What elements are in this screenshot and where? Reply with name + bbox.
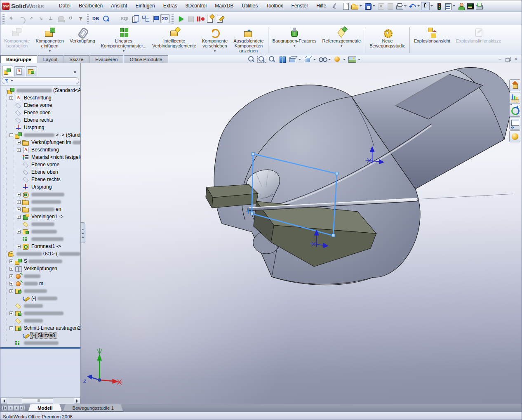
tree-item[interactable]: Ebene vorne [0,161,80,168]
tree-item[interactable]: +Verknüpfungen im [0,139,80,146]
chevron-down-icon[interactable]: ▾ [214,49,216,52]
chevron-down-icon[interactable] [417,2,421,10]
select-cursor-icon[interactable] [421,2,430,10]
menu-hilfe[interactable]: Hilfe [312,0,330,12]
record-icon[interactable] [195,14,205,23]
tab-evaluieren[interactable]: Evaluieren [89,55,123,63]
expand-icon[interactable]: + [17,141,21,144]
stop-icon[interactable] [186,14,195,23]
tab-skizze[interactable]: Skizze [63,55,89,63]
menu-toolbox[interactable]: Toolbox [262,0,287,12]
menu-maxxdb[interactable]: MaxxDB [211,0,237,12]
help-icon[interactable]: ? [76,14,85,23]
options-list-icon[interactable] [443,2,452,10]
tab-bewegungsstudie-1[interactable]: Bewegungsstudie 1 [63,404,123,412]
monitor-icon[interactable] [466,2,474,10]
tree-item[interactable]: +Verknüpfungen [0,265,80,272]
expand-icon[interactable]: + [17,193,21,196]
chevron-down-icon[interactable] [452,2,456,10]
graphics-viewport[interactable]: Z [81,63,522,404]
expand-icon[interactable]: + [9,289,13,293]
note-edit-icon[interactable] [215,14,224,23]
next-tab-button[interactable] [14,405,19,411]
tab-baugruppe[interactable]: Baugruppe [0,55,37,63]
collapse-icon[interactable]: - [9,133,13,137]
chevron-down-icon[interactable]: ▾ [294,44,295,47]
arc-icon[interactable] [16,14,26,23]
expand-icon[interactable]: + [17,245,21,248]
cm-button-lineares-komponentenmuster[interactable]: LinearesKomponentenmuster...▾ [98,26,150,54]
expand-icon[interactable]: + [9,267,13,271]
close-button[interactable]: × [514,56,517,62]
expand-icon[interactable]: + [17,230,21,234]
chevron-down-icon[interactable] [358,56,361,63]
tree-item[interactable] [0,302,80,309]
first-tab-button[interactable] [1,405,7,411]
menu-extras[interactable]: Extras [159,0,181,12]
cm-button-neue-bewegungsstudie[interactable]: NeueBewegungsstudie [367,26,408,54]
tree-item[interactable]: Ursprung [0,183,80,191]
zoom-fit-icon[interactable] [247,56,256,63]
zoom-area-icon[interactable] [257,56,266,63]
menu-datei[interactable]: Datei [55,0,75,12]
view-palette-button[interactable] [509,118,520,130]
tab-layout[interactable]: Layout [38,55,63,63]
tree-item[interactable]: + [0,272,80,280]
tree-item[interactable]: Ursprung [0,124,80,131]
tree-item[interactable]: Material <nicht festgelegt> [0,153,80,161]
tree-item[interactable] [0,235,80,243]
tree-item[interactable]: Ebene oben [0,109,80,116]
previous-tab-button[interactable] [7,405,13,411]
tree-item[interactable]: + [0,287,80,295]
rotate-icon[interactable]: ↺ [66,14,75,23]
file-explorer-button[interactable] [509,105,520,117]
resources-home-button[interactable] [509,79,520,91]
tree-item[interactable]: + [0,228,80,235]
expand-icon[interactable]: + [9,311,13,315]
expand-icon[interactable]: + [9,96,13,100]
note-new-icon[interactable] [205,14,214,23]
tree-item[interactable] [0,220,80,228]
expand-icon[interactable]: + [9,260,13,263]
design-library-button[interactable] [509,92,520,104]
hierarchy-icon[interactable] [141,14,150,23]
chevron-down-icon[interactable] [430,2,434,10]
chevron-down-icon[interactable] [11,80,13,83]
cm-button-baugruppen-features[interactable]: Baugruppen-Features▾ [270,26,320,54]
perpendicular-icon[interactable]: ⊥ [46,14,55,23]
tree-item[interactable]: Ebene vorne [0,101,80,109]
chevron-down-icon[interactable] [343,56,346,63]
previous-view-icon[interactable] [268,56,277,63]
tree-item[interactable]: +Formnest1 -> [0,243,80,250]
propertymanager-tab[interactable] [14,66,25,76]
tab-modell[interactable]: Modell [28,404,62,412]
tree-item[interactable]: 0<1> ( [0,250,80,257]
cm-button-verknpfung[interactable]: Verknüpfung [67,26,98,54]
tree-item[interactable]: +Vereinigen1 -> [0,213,80,220]
user-icon[interactable] [456,2,465,10]
display-style-icon[interactable] [303,56,312,63]
undo-icon[interactable] [408,2,416,10]
zoom-icon[interactable] [101,14,110,23]
menu-bearbeiten[interactable]: Bearbeiten [75,0,107,12]
model-canvas[interactable]: Z [81,63,522,404]
minimize-button[interactable]: – [498,56,501,62]
tree-item[interactable]: Ebene rechts [0,176,80,183]
sketch-vertex-handle[interactable] [251,212,254,215]
tree-item[interactable]: + [0,191,80,198]
stamp-icon[interactable] [56,14,65,23]
search-quill-icon[interactable] [331,2,338,10]
menu-ansicht[interactable]: Ansicht [107,0,131,12]
tree-item[interactable]: +en [0,205,80,213]
menu-einfügen[interactable]: Einfügen [131,0,159,12]
section-view-icon[interactable] [278,56,287,63]
chevron-down-icon[interactable] [404,2,407,10]
arrow-ne-icon[interactable]: ↗ [26,14,35,23]
tree-item[interactable]: (Standard<Anzeigesta [0,87,80,94]
sketch-star-icon[interactable]: ✳ [7,14,16,23]
panel-horizontal-scrollbar[interactable] [0,397,80,404]
featuremanager-tab[interactable] [2,66,13,76]
sketch-vertex-handle[interactable] [332,234,335,237]
tab-office-produkte[interactable]: Office Produkte [124,55,168,63]
pages-icon[interactable] [131,14,140,23]
